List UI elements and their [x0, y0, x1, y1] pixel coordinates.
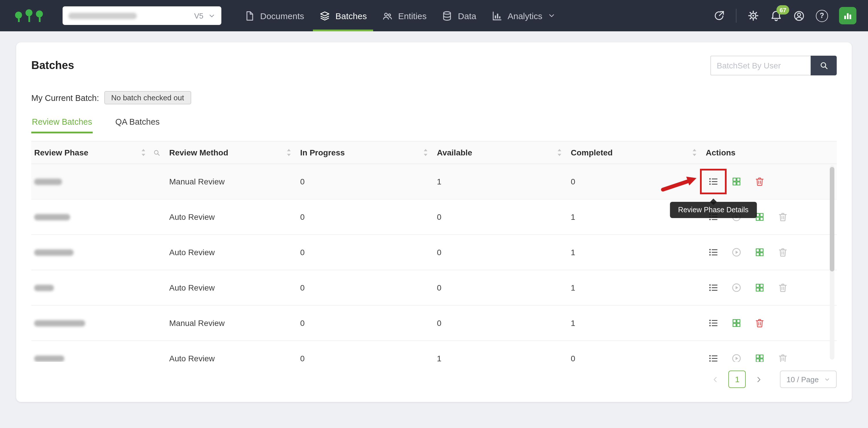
- next-page-button[interactable]: [755, 375, 763, 383]
- help-button[interactable]: ?: [816, 9, 828, 22]
- grid-icon: [731, 318, 742, 328]
- app-switcher-button[interactable]: [839, 7, 857, 24]
- export-button[interactable]: [713, 10, 725, 22]
- review-method-cell: Manual Review: [166, 318, 297, 328]
- chevron-left-icon: [712, 375, 719, 383]
- available-cell: 0: [434, 283, 568, 292]
- build-batches-button[interactable]: [731, 176, 742, 187]
- build-batches-button[interactable]: [754, 282, 765, 293]
- batchset-search-input[interactable]: [710, 56, 811, 76]
- notifications-button[interactable]: 67: [770, 9, 782, 22]
- current-batch-row: My Current Batch: No batch checked out: [31, 91, 837, 105]
- nav-batches[interactable]: Batches: [312, 0, 374, 31]
- column-header-completed[interactable]: Completed: [568, 142, 703, 164]
- tooltip-text: Review Phase Details: [678, 206, 748, 214]
- notification-count-badge: 67: [777, 5, 789, 14]
- in-progress-cell: 0: [297, 283, 434, 292]
- batches-card: Batches My Current Batch: No batch check…: [16, 42, 852, 402]
- review-phase-details-button[interactable]: [708, 247, 718, 257]
- in-progress-cell: 0: [297, 177, 434, 186]
- actions-cell: [703, 318, 837, 328]
- nav-label: Batches: [336, 11, 367, 21]
- actions-cell: [703, 353, 837, 362]
- delete-button[interactable]: [778, 282, 788, 293]
- top-navigation-bar: V5 Documents Batches Entities Data: [0, 0, 868, 31]
- divider: [736, 9, 737, 23]
- completed-cell: 1: [568, 283, 703, 292]
- available-cell: 0: [434, 212, 568, 222]
- grid-icon: [754, 247, 765, 257]
- logo-dot: [15, 11, 22, 22]
- review-method-cell: Manual Review: [166, 177, 297, 186]
- review-phase-details-button[interactable]: [708, 353, 718, 362]
- tab-review-batches[interactable]: Review Batches: [31, 115, 93, 133]
- nav-entities[interactable]: Entities: [374, 0, 434, 31]
- review-phase-details-button[interactable]: [708, 318, 718, 328]
- delete-button[interactable]: [754, 318, 765, 328]
- page-size-select[interactable]: 10 / Page: [780, 371, 837, 388]
- column-header-review-phase[interactable]: Review Phase: [31, 142, 166, 164]
- build-batches-button[interactable]: [731, 318, 742, 328]
- page-size-value: 10 / Page: [786, 375, 819, 383]
- column-header-in-progress[interactable]: In Progress: [297, 142, 434, 164]
- review-method-cell: Auto Review: [166, 248, 297, 257]
- search-button[interactable]: [811, 56, 837, 76]
- build-batches-button[interactable]: [754, 247, 765, 257]
- available-cell: 0: [434, 248, 568, 257]
- in-progress-cell: 0: [297, 248, 434, 257]
- review-phase-details-button[interactable]: [708, 282, 718, 293]
- trash-icon: [778, 212, 788, 222]
- chevron-down-icon: [548, 11, 556, 20]
- document-icon: [244, 10, 255, 21]
- nav-documents[interactable]: Documents: [237, 0, 312, 31]
- sort-carets-icon: [286, 148, 291, 156]
- trash-icon: [778, 282, 788, 293]
- play-circle-icon: [731, 353, 742, 362]
- build-batches-button[interactable]: [754, 353, 765, 362]
- review-phase-details-button[interactable]: Review Phase Details: [708, 176, 718, 187]
- batch-tabs: Review Batches QA Batches: [31, 115, 837, 133]
- delete-button[interactable]: [778, 353, 788, 362]
- column-header-available[interactable]: Available: [434, 142, 568, 164]
- version-label: V5: [194, 11, 204, 20]
- topbar-actions: 67 ?: [713, 7, 857, 24]
- start-review-button[interactable]: [731, 247, 742, 257]
- start-review-button[interactable]: [731, 282, 742, 293]
- available-cell: 1: [434, 177, 568, 186]
- delete-button[interactable]: [754, 176, 765, 187]
- column-search-icon[interactable]: [153, 149, 160, 156]
- nav-data[interactable]: Data: [434, 0, 484, 31]
- tab-qa-batches[interactable]: QA Batches: [115, 115, 160, 133]
- redacted-phase-name: [34, 284, 54, 291]
- column-header-actions: Actions: [703, 142, 837, 164]
- previous-page-button[interactable]: [712, 375, 719, 383]
- available-cell: 1: [434, 354, 568, 362]
- batchset-search: [710, 56, 837, 76]
- project-selector[interactable]: V5: [63, 6, 221, 25]
- page-number-button[interactable]: 1: [728, 371, 746, 388]
- account-button[interactable]: [793, 10, 805, 22]
- trash-icon: [778, 353, 788, 362]
- redacted-phase-name: [34, 320, 85, 326]
- logo-dot: [26, 9, 32, 22]
- trash-icon: [754, 176, 765, 187]
- list-icon: [708, 176, 718, 187]
- project-name-redacted: [68, 12, 137, 19]
- nav-label: Analytics: [507, 11, 542, 21]
- gear-icon: [747, 10, 759, 22]
- table-scrollbar-thumb[interactable]: [830, 167, 834, 272]
- in-progress-cell: 0: [297, 354, 434, 362]
- actions-cell: Review Phase Details: [703, 176, 837, 187]
- card-header: Batches: [31, 54, 837, 77]
- app-logo[interactable]: [15, 9, 43, 22]
- list-icon: [708, 282, 718, 293]
- start-review-button[interactable]: [731, 353, 742, 362]
- column-header-review-method[interactable]: Review Method: [166, 142, 297, 164]
- settings-button[interactable]: [747, 10, 759, 22]
- analytics-icon: [491, 10, 502, 21]
- chevron-right-icon: [755, 375, 763, 383]
- delete-button[interactable]: [778, 212, 788, 222]
- grid-icon: [731, 176, 742, 187]
- nav-analytics[interactable]: Analytics: [484, 0, 563, 31]
- delete-button[interactable]: [778, 247, 788, 257]
